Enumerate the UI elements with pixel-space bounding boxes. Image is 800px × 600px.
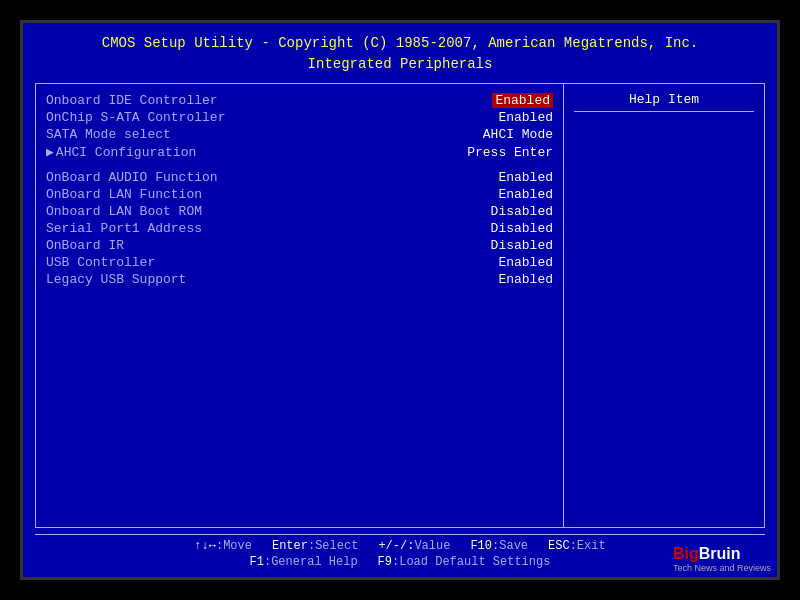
menu-value-onboard-ide: Enabled: [492, 93, 553, 108]
menu-item-onboard-lan-boot[interactable]: Onboard LAN Boot ROMDisabled: [46, 203, 553, 220]
footer: ↑↓↔:MoveEnter:Select+/-/:ValueF10:SaveES…: [35, 534, 765, 569]
menu-value-ahci-config: Press Enter: [467, 145, 553, 160]
footer-key: ↑↓↔: [194, 539, 216, 553]
footer-item: Enter:Select: [272, 539, 358, 553]
footer-key: Enter: [272, 539, 308, 553]
footer-item: F9:Load Default Settings: [378, 555, 551, 569]
footer-desc: :Select: [308, 539, 358, 553]
menu-item-usb-controller[interactable]: USB ControllerEnabled: [46, 254, 553, 271]
footer-item: ESC:Exit: [548, 539, 606, 553]
menu-item-serial-port1[interactable]: Serial Port1 AddressDisabled: [46, 220, 553, 237]
brand-name: BigBruin: [673, 545, 771, 563]
footer-key: +/-/:: [378, 539, 414, 553]
title-line2: Integrated Peripherals: [35, 54, 765, 75]
menu-label-onboard-audio: OnBoard AUDIO Function: [46, 170, 266, 185]
menu-label-serial-port1: Serial Port1 Address: [46, 221, 266, 236]
footer-key: F1: [250, 555, 264, 569]
footer-key: ESC: [548, 539, 570, 553]
menu-value-usb-controller: Enabled: [498, 255, 553, 270]
main-content: Onboard IDE ControllerEnabledOnChip S-AT…: [35, 83, 765, 528]
menu-value-onboard-lan-boot: Disabled: [491, 204, 553, 219]
menu-label-onboard-lan: OnBoard LAN Function: [46, 187, 266, 202]
menu-spacer: [46, 161, 553, 169]
footer-item: F10:Save: [470, 539, 528, 553]
menu-label-onboard-ide: Onboard IDE Controller: [46, 93, 266, 108]
footer-row2: F1:General HelpF9:Load Default Settings: [250, 555, 551, 569]
menu-value-onboard-lan: Enabled: [498, 187, 553, 202]
footer-desc: :General Help: [264, 555, 358, 569]
menu-value-serial-port1: Disabled: [491, 221, 553, 236]
menu-label-onchip-sata: OnChip S-ATA Controller: [46, 110, 266, 125]
menu-value-sata-mode: AHCI Mode: [483, 127, 553, 142]
menu-item-onboard-ir[interactable]: OnBoard IRDisabled: [46, 237, 553, 254]
menu-value-onchip-sata: Enabled: [498, 110, 553, 125]
branding: BigBruin Tech News and Reviews: [673, 545, 771, 573]
footer-desc: :Load Default Settings: [392, 555, 550, 569]
menu-label-legacy-usb: Legacy USB Support: [46, 272, 266, 287]
footer-key: F10: [470, 539, 492, 553]
footer-key: F9: [378, 555, 392, 569]
footer-item: ↑↓↔:Move: [194, 539, 252, 553]
footer-desc: Value: [414, 539, 450, 553]
footer-desc: :Save: [492, 539, 528, 553]
help-title: Help Item: [574, 92, 754, 112]
menu-item-onboard-lan[interactable]: OnBoard LAN FunctionEnabled: [46, 186, 553, 203]
menu-label-onboard-lan-boot: Onboard LAN Boot ROM: [46, 204, 266, 219]
menu-label-usb-controller: USB Controller: [46, 255, 266, 270]
submenu-arrow-icon: ▶: [46, 145, 54, 160]
menu-value-legacy-usb: Enabled: [498, 272, 553, 287]
brand-tagline: Tech News and Reviews: [673, 563, 771, 573]
menu-value-onboard-audio: Enabled: [498, 170, 553, 185]
menu-label-sata-mode: SATA Mode select: [46, 127, 266, 142]
footer-desc: :Exit: [570, 539, 606, 553]
menu-item-onboard-audio[interactable]: OnBoard AUDIO FunctionEnabled: [46, 169, 553, 186]
menu-label-onboard-ir: OnBoard IR: [46, 238, 266, 253]
footer-desc: :Move: [216, 539, 252, 553]
menu-item-sata-mode[interactable]: SATA Mode selectAHCI Mode: [46, 126, 553, 143]
menu-item-onchip-sata[interactable]: OnChip S-ATA ControllerEnabled: [46, 109, 553, 126]
menu-item-ahci-config[interactable]: ▶AHCI ConfigurationPress Enter: [46, 143, 553, 161]
bios-screen: CMOS Setup Utility - Copyright (C) 1985-…: [20, 20, 780, 580]
footer-item: F1:General Help: [250, 555, 358, 569]
footer-item: +/-/:Value: [378, 539, 450, 553]
right-panel: Help Item: [564, 84, 764, 527]
title-line1: CMOS Setup Utility - Copyright (C) 1985-…: [35, 33, 765, 54]
menu-label-ahci-config: ▶AHCI Configuration: [46, 144, 266, 160]
footer-row1: ↑↓↔:MoveEnter:Select+/-/:ValueF10:SaveES…: [194, 539, 605, 553]
left-panel: Onboard IDE ControllerEnabledOnChip S-AT…: [36, 84, 564, 527]
menu-item-onboard-ide[interactable]: Onboard IDE ControllerEnabled: [46, 92, 553, 109]
menu-value-onboard-ir: Disabled: [491, 238, 553, 253]
menu-item-legacy-usb[interactable]: Legacy USB SupportEnabled: [46, 271, 553, 288]
title-area: CMOS Setup Utility - Copyright (C) 1985-…: [35, 33, 765, 75]
